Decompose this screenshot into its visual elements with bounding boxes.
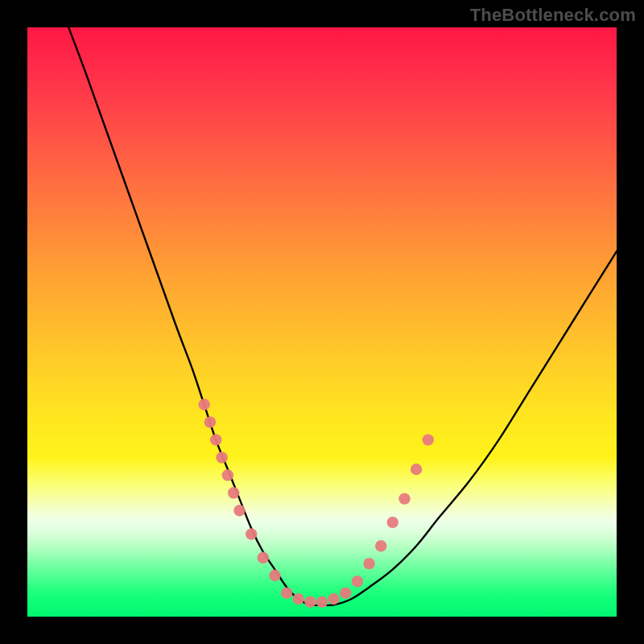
highlight-dot — [246, 528, 257, 539]
highlight-dot — [340, 588, 351, 599]
highlight-dot — [375, 540, 386, 551]
highlight-dot — [398, 493, 410, 504]
highlight-dot — [423, 434, 434, 445]
highlight-dot — [363, 558, 374, 569]
curve-layer — [27, 27, 617, 617]
highlight-dot — [293, 593, 304, 605]
highlight-dot — [352, 576, 363, 587]
highlight-dot — [328, 593, 339, 605]
highlight-dot — [198, 398, 209, 410]
highlight-dots — [198, 398, 434, 608]
highlight-dot — [281, 588, 292, 599]
highlight-dot — [233, 505, 245, 516]
bottleneck-curve — [68, 27, 617, 605]
highlight-dot — [316, 597, 328, 608]
plot-area — [27, 27, 617, 617]
highlight-dot — [210, 434, 221, 445]
chart-frame: TheBottleneck.com — [0, 0, 644, 644]
highlight-dot — [258, 552, 269, 564]
highlight-dot — [204, 416, 216, 427]
watermark-text: TheBottleneck.com — [470, 5, 636, 26]
highlight-dot — [269, 570, 280, 581]
highlight-dot — [216, 452, 227, 463]
highlight-dot — [228, 487, 239, 498]
highlight-dot — [387, 517, 398, 528]
highlight-dot — [304, 597, 316, 608]
highlight-dot — [222, 469, 233, 481]
highlight-dot — [411, 464, 422, 475]
